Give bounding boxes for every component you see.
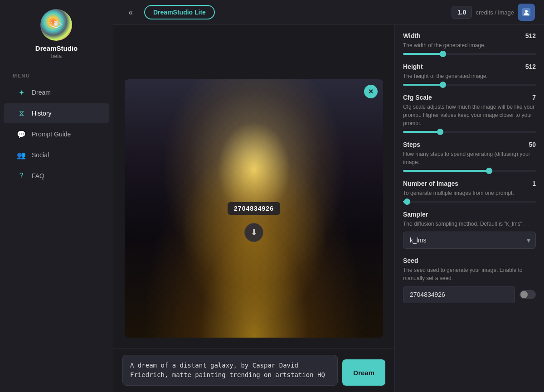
width-value: 512 <box>525 32 536 39</box>
cfg-scale-label: Cfg Scale <box>403 94 432 101</box>
faq-icon: ? <box>16 171 26 181</box>
steps-slider[interactable] <box>403 170 536 172</box>
seed-toggle-knob <box>520 291 528 298</box>
num-images-setting: Number of Images 1 To generate multiple … <box>403 180 536 203</box>
height-header: Height 512 <box>403 63 536 70</box>
seed-input[interactable] <box>403 286 515 303</box>
height-slider[interactable] <box>403 84 536 86</box>
svg-point-1 <box>525 10 528 13</box>
history-icon: ⧖ <box>16 108 26 118</box>
cfg-scale-header: Cfg Scale 7 <box>403 94 536 101</box>
eye-icon: 👁 <box>50 18 63 33</box>
social-icon: 👥 <box>16 150 26 160</box>
sidebar-item-label-history: History <box>32 110 52 117</box>
cfg-scale-slider-fill <box>403 131 440 133</box>
height-slider-thumb[interactable] <box>440 82 446 88</box>
width-desc: The width of the generated image. <box>403 41 536 49</box>
brand-button[interactable]: DreamStudio Lite <box>144 5 215 19</box>
menu-label: MENU <box>0 73 30 78</box>
height-label: Height <box>403 63 423 70</box>
sampler-desc: The diffusion sampling method. Default i… <box>403 220 536 228</box>
sampler-select-wrapper: k_lms k_euler k_euler_a k_dpm_2 k_dpm_2_… <box>403 232 536 249</box>
prompt-input[interactable]: A dream of a distant galaxy, by Caspar D… <box>122 355 338 386</box>
prompt-guide-icon: 💬 <box>16 129 26 139</box>
prompt-area: A dream of a distant galaxy, by Caspar D… <box>113 348 394 392</box>
steps-slider-thumb[interactable] <box>486 168 492 174</box>
right-panel: Width 512 The width of the generated ima… <box>394 25 544 392</box>
sidebar-item-dream[interactable]: ✦ Dream <box>4 82 109 102</box>
cfg-scale-setting: Cfg Scale 7 Cfg scale adjusts how much t… <box>403 94 536 133</box>
width-label: Width <box>403 32 421 39</box>
cfg-scale-value: 7 <box>532 94 536 101</box>
steps-slider-fill <box>403 170 489 172</box>
close-button[interactable]: ✕ <box>364 85 378 98</box>
nav-list: ✦ Dream ⧖ History 💬 Prompt Guide 👥 Socia… <box>0 82 113 186</box>
sampler-setting: Sampler The diffusion sampling method. D… <box>403 211 536 249</box>
seed-row <box>403 286 536 303</box>
num-images-header: Number of Images 1 <box>403 180 536 187</box>
back-button[interactable]: « <box>122 4 139 20</box>
sampler-label: Sampler <box>403 211 428 218</box>
sampler-select[interactable]: k_lms k_euler k_euler_a k_dpm_2 k_dpm_2_… <box>403 232 536 249</box>
sidebar-item-label-social: Social <box>32 151 49 159</box>
seed-desc: The seed used to generate your image. En… <box>403 266 536 282</box>
download-icon: ⬇ <box>251 227 257 237</box>
sidebar-item-faq[interactable]: ? FAQ <box>4 166 109 186</box>
height-setting: Height 512 The height of the generated i… <box>403 63 536 86</box>
width-header: Width 512 <box>403 32 536 39</box>
steps-value: 50 <box>529 141 536 148</box>
steps-desc: How many steps to spend generating (diff… <box>403 150 536 166</box>
app-beta: beta <box>51 53 62 59</box>
height-slider-fill <box>403 84 443 86</box>
width-slider[interactable] <box>403 53 536 55</box>
sidebar: 👁 DreamStudio beta MENU ✦ Dream ⧖ Histor… <box>0 0 113 392</box>
credits-area: 1.0 credits / image <box>452 4 535 21</box>
steps-label: Steps <box>403 141 420 148</box>
steps-header: Steps 50 <box>403 141 536 148</box>
sidebar-item-social[interactable]: 👥 Social <box>4 145 109 165</box>
seed-setting: Seed The seed used to generate your imag… <box>403 257 536 303</box>
height-value: 512 <box>525 63 536 70</box>
sidebar-item-history[interactable]: ⧖ History <box>4 103 109 123</box>
num-images-slider[interactable] <box>403 201 536 203</box>
dream-button[interactable]: Dream <box>342 359 385 386</box>
sidebar-item-prompt-guide[interactable]: 💬 Prompt Guide <box>4 124 109 144</box>
steps-setting: Steps 50 How many steps to spend generat… <box>403 141 536 172</box>
sidebar-item-label-faq: FAQ <box>32 172 44 179</box>
num-images-value: 1 <box>532 180 536 187</box>
cfg-scale-desc: Cfg scale adjusts how much the image wil… <box>403 103 536 127</box>
logo-icon: 👁 <box>40 9 72 41</box>
sidebar-item-label-prompt-guide: Prompt Guide <box>32 131 71 138</box>
dream-icon: ✦ <box>16 87 26 97</box>
sidebar-item-label-dream: Dream <box>32 89 51 96</box>
credits-label: credits / image <box>476 9 514 16</box>
user-avatar[interactable] <box>518 4 535 21</box>
main-content: ✕ 2704834926 ⬇ <box>113 25 394 392</box>
credits-value: 1.0 <box>452 6 472 19</box>
image-container: ✕ 2704834926 ⬇ <box>125 79 383 338</box>
logo-area: 👁 DreamStudio beta <box>35 9 78 59</box>
seed-header: Seed <box>403 257 536 264</box>
num-images-desc: To generate multiple images from one pro… <box>403 189 536 197</box>
download-button[interactable]: ⬇ <box>244 223 263 242</box>
seed-toggle[interactable] <box>520 290 536 299</box>
seed-badge: 2704834926 <box>228 202 280 215</box>
app-name: DreamStudio <box>35 44 78 52</box>
height-desc: The height of the generated image. <box>403 72 536 80</box>
header-bar: « DreamStudio Lite 1.0 credits / image <box>113 0 544 25</box>
width-setting: Width 512 The width of the generated ima… <box>403 32 536 55</box>
width-slider-thumb[interactable] <box>440 51 446 57</box>
cfg-scale-slider-thumb[interactable] <box>437 129 443 135</box>
num-images-slider-thumb[interactable] <box>404 198 410 205</box>
width-slider-fill <box>403 53 443 55</box>
seed-label: Seed <box>403 257 418 264</box>
num-images-label: Number of Images <box>403 180 458 187</box>
cfg-scale-slider[interactable] <box>403 131 536 133</box>
sampler-header: Sampler <box>403 211 536 218</box>
